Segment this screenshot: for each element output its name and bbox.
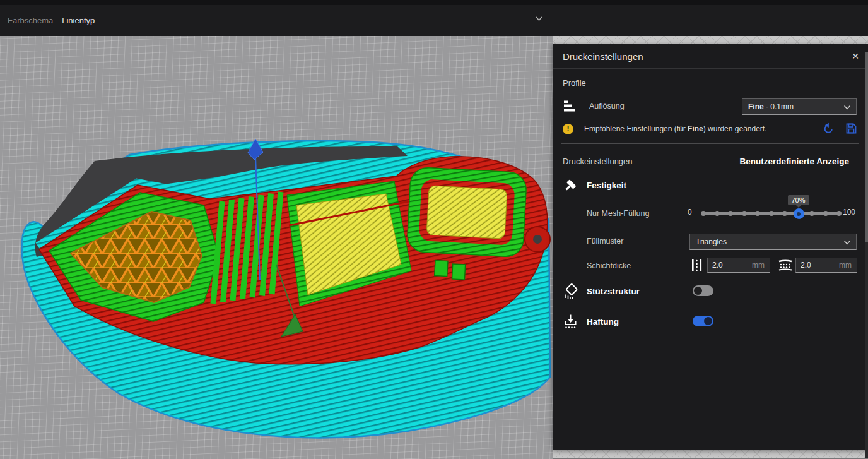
adhesion-title: Haftung bbox=[587, 317, 619, 326]
wall-thickness-icon bbox=[691, 258, 703, 272]
warning-text: Empfohlene Einstellungen (für Fine) wurd… bbox=[584, 124, 767, 133]
resolution-row: Auflösung Fine - 0.1mm bbox=[553, 97, 868, 116]
slider-tick bbox=[755, 211, 760, 216]
topbottom-thickness-field[interactable]: mm bbox=[795, 258, 857, 273]
view-options-bar: Farbschema Linientyp bbox=[0, 5, 868, 36]
slider-tick bbox=[742, 211, 747, 216]
settings-section-row: Druckeinstellungen Benutzerdefinierte An… bbox=[553, 157, 868, 169]
resolution-label: Auflösung bbox=[589, 102, 625, 110]
support-title: Stützstruktur bbox=[587, 287, 640, 296]
shell-thickness-label: Schichtdicke bbox=[587, 261, 631, 270]
resolution-value-rest: - 0.1mm bbox=[764, 102, 794, 111]
resolution-layers-icon bbox=[563, 99, 577, 113]
slider-tick bbox=[782, 211, 787, 216]
profile-section-label: Profile bbox=[563, 78, 586, 88]
reset-profile-icon[interactable] bbox=[823, 122, 835, 135]
slider-tick bbox=[728, 211, 733, 216]
chevron-down-icon bbox=[535, 16, 543, 21]
infill-slider-handle[interactable] bbox=[794, 208, 804, 219]
adhesion-toggle[interactable] bbox=[693, 316, 713, 326]
panel-title: Druckeinstellungen bbox=[563, 51, 643, 62]
adhesion-row: Haftung bbox=[553, 313, 868, 331]
infill-pattern-row: Füllmuster Triangles bbox=[553, 232, 868, 250]
slider-max-label: 100 bbox=[843, 208, 855, 217]
slider-tick bbox=[715, 211, 720, 216]
infill-slider-track[interactable]: 70% bbox=[703, 212, 839, 215]
slider-tick bbox=[701, 211, 706, 216]
cap-skin bbox=[426, 186, 507, 239]
adhesion-icon bbox=[563, 314, 578, 330]
color-scheme-dropdown[interactable]: Farbschema Linientyp bbox=[0, 5, 553, 36]
divider bbox=[561, 143, 859, 144]
panel-scrollbar-thumb[interactable] bbox=[865, 52, 868, 242]
chevron-down-icon bbox=[843, 240, 851, 245]
strength-header-row[interactable]: Festigkeit bbox=[553, 178, 868, 194]
support-icon bbox=[563, 283, 579, 300]
slider-tick bbox=[836, 211, 842, 216]
warning-icon: ! bbox=[563, 124, 573, 134]
resolution-dropdown[interactable]: Fine - 0.1mm bbox=[742, 98, 857, 115]
3d-viewport[interactable] bbox=[0, 36, 553, 459]
slider-min-label: 0 bbox=[688, 208, 692, 217]
color-scheme-label: Farbschema bbox=[8, 16, 53, 25]
infill-pattern-value: Triangles bbox=[696, 237, 727, 246]
settings-section-label: Druckeinstellungen bbox=[563, 157, 633, 166]
resolution-value-bold: Fine bbox=[748, 102, 764, 111]
panel-header: Druckeinstellungen ✕ bbox=[553, 44, 868, 69]
infill-pattern-dropdown[interactable]: Triangles bbox=[689, 234, 857, 250]
slider-tooltip: 70% bbox=[787, 195, 809, 205]
panel-scrollbar[interactable] bbox=[865, 52, 868, 458]
support-toggle[interactable] bbox=[693, 285, 713, 296]
close-icon[interactable]: ✕ bbox=[852, 51, 859, 62]
slider-tick bbox=[823, 211, 828, 216]
shell-thickness-row: Schichtdicke mm bbox=[553, 258, 868, 274]
window-top-strip bbox=[0, 0, 868, 5]
print-settings-panel: Druckeinstellungen ✕ Profile Auflösung F… bbox=[553, 44, 868, 450]
topbottom-thickness-icon bbox=[778, 259, 793, 271]
profile-warning-row: ! Empfohlene Einstellungen (für Fine) wu… bbox=[553, 124, 868, 139]
infill-slider-row: Nur Mesh-Füllung 0 70% 100 bbox=[553, 207, 868, 221]
wall-thickness-unit: mm bbox=[752, 261, 765, 270]
save-profile-icon[interactable] bbox=[845, 122, 857, 134]
infill-pattern-label: Füllmuster bbox=[587, 237, 623, 246]
infill-density-label: Nur Mesh-Füllung bbox=[587, 209, 649, 218]
sliced-model-preview bbox=[0, 36, 553, 459]
wall-thickness-field[interactable]: mm bbox=[707, 258, 770, 273]
color-scheme-value: Linientyp bbox=[62, 16, 95, 25]
support-row: Stützstruktur bbox=[553, 283, 868, 301]
strength-title: Festigkeit bbox=[587, 181, 626, 190]
topbottom-thickness-unit: mm bbox=[839, 261, 852, 270]
chevron-down-icon bbox=[843, 105, 851, 110]
right-column: Druckeinstellungen ✕ Profile Auflösung F… bbox=[553, 36, 868, 459]
slider-tick bbox=[809, 211, 814, 216]
hammer-icon bbox=[563, 178, 578, 193]
slider-tick bbox=[769, 211, 774, 216]
custom-view-link[interactable]: Benutzerdefinierte Anzeige bbox=[739, 157, 849, 166]
